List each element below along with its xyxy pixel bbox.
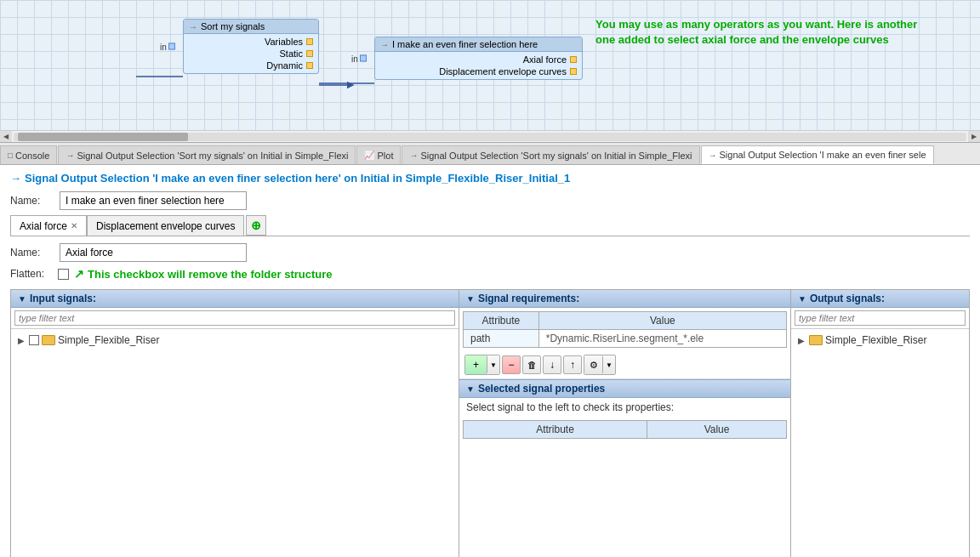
signal-tab-axial-close-icon[interactable]: ✕ <box>71 221 77 230</box>
remove-icon: − <box>508 359 514 371</box>
port-dot-dynamic[interactable] <box>306 62 313 69</box>
signal-tab-add-button[interactable]: ⊕ <box>246 215 266 236</box>
attr-name-path: path <box>464 330 539 348</box>
move-down-icon: ↓ <box>550 359 555 371</box>
output-signals-toggle[interactable]: ▼ <box>798 294 806 304</box>
move-up-icon: ↑ <box>570 359 575 371</box>
node1-in-port: in <box>160 42 175 51</box>
scroll-left-arrow[interactable]: ◀ <box>0 131 12 143</box>
move-down-button[interactable]: ↓ <box>543 355 561 374</box>
node2-port-axial: Axial force <box>523 54 567 65</box>
props-header-attribute: Attribute <box>464 421 647 439</box>
signal-req-header: ▼ Signal requirements: <box>459 290 790 308</box>
tab-signal-output-3[interactable]: → Signal Output Selection 'I make an eve… <box>701 145 934 164</box>
scrollbar-track[interactable] <box>14 133 966 141</box>
delete-button[interactable]: 🗑 <box>522 355 541 374</box>
flatten-row: Flatten: ↗ This checkbox will remove the… <box>10 267 970 281</box>
selected-props-toggle[interactable]: ▼ <box>466 384 475 394</box>
tree-item-label: Simple_Flexible_Riser <box>58 334 159 346</box>
scroll-right-arrow[interactable]: ▶ <box>968 131 980 143</box>
signal-tab-displacement-label: Displacement envelope curves <box>96 220 235 232</box>
input-signals-content: ▶ Simple_Flexible_Riser <box>11 329 459 557</box>
tab1-arrow-icon: → <box>66 151 74 160</box>
list-item[interactable]: ▶ Simple_Flexible_Riser <box>14 332 455 348</box>
folder-icon <box>42 335 55 345</box>
move-up-button[interactable]: ↑ <box>563 355 582 374</box>
node1-port-dynamic: Dynamic <box>266 60 303 71</box>
tab-console-label: Console <box>15 151 49 161</box>
output-signals-filter-input[interactable] <box>795 310 966 326</box>
selected-signal-properties-header: ▼ Selected signal properties <box>459 379 790 398</box>
signal-tabs: Axial force ✕ Displacement envelope curv… <box>10 215 970 236</box>
page-title-text: Signal Output Selection 'I make an even … <box>25 172 570 185</box>
tab-bar: □ Console → Signal Output Selection 'Sor… <box>0 143 980 165</box>
input-signals-toggle[interactable]: ▼ <box>18 294 26 304</box>
console-icon: □ <box>8 151 13 160</box>
settings-button[interactable]: ⚙ <box>584 355 603 374</box>
attr-header-attribute: Attribute <box>464 312 539 330</box>
port-dot-static[interactable] <box>306 50 313 57</box>
settings-dropdown-icon: ▼ <box>606 361 612 369</box>
tab-signal-output-2[interactable]: → Signal Output Selection 'Sort my signa… <box>402 145 699 164</box>
add-tab-icon: ⊕ <box>251 219 261 232</box>
node2-in-port: in <box>351 54 367 63</box>
tab-signal-output-1[interactable]: → Signal Output Selection 'Sort my signa… <box>58 145 356 164</box>
node1-title: Sort my signals <box>201 21 265 31</box>
page-title-arrow: → <box>10 172 21 185</box>
remove-button[interactable]: − <box>502 355 521 374</box>
flatten-annotation-text: This checkbox will remove the folder str… <box>88 268 333 281</box>
delete-icon: 🗑 <box>527 360 537 370</box>
port-dot-axial[interactable] <box>570 56 577 63</box>
input-signals-panel: ▼ Input signals: ▶ Simple_Flexible_Riser <box>10 289 459 557</box>
tree-checkbox[interactable] <box>29 335 39 345</box>
flatten-checkbox[interactable] <box>58 269 69 280</box>
output-tree-arrow-icon[interactable]: ▶ <box>798 336 806 345</box>
input-signals-header: ▼ Input signals: <box>11 290 459 308</box>
add-icon: + <box>473 359 479 371</box>
settings-button-group: ⚙ ▼ <box>584 355 616 375</box>
tab-signal-output-2-label: Signal Output Selection 'Sort my signals… <box>420 151 692 161</box>
add-button[interactable]: + <box>465 355 487 374</box>
tab2-arrow-icon: → <box>409 151 418 160</box>
tab-plot[interactable]: 📈 Plot <box>356 145 401 164</box>
output-signals-panel: ▼ Output signals: ▶ Simple_Flexible_Rise… <box>791 289 970 557</box>
output-signals-content: ▶ Simple_Flexible_Riser <box>791 329 969 557</box>
add-dropdown-button[interactable]: ▼ <box>487 355 499 374</box>
scrollbar-thumb[interactable] <box>18 133 188 141</box>
port-dot-disp[interactable] <box>570 68 577 75</box>
tab-plot-label: Plot <box>377 151 393 161</box>
signal-requirements-panel: ▼ Signal requirements: Attribute Value p… <box>459 289 791 557</box>
node-finer-selection[interactable]: → I make an even finer selection here Ax… <box>374 37 583 80</box>
node2-arrow-icon: → <box>380 40 389 49</box>
node1-port-static: Static <box>279 48 303 59</box>
output-signals-header: ▼ Output signals: <box>791 290 969 308</box>
tab-console[interactable]: □ Console <box>0 145 57 164</box>
three-column-layout: ▼ Input signals: ▶ Simple_Flexible_Riser… <box>10 289 970 557</box>
input-signals-filter <box>11 308 459 329</box>
list-item[interactable]: ▶ Simple_Flexible_Riser <box>795 332 966 348</box>
node-sort-signals[interactable]: → Sort my signals Variables Static Dynam… <box>183 19 319 74</box>
input-signals-filter-input[interactable] <box>14 310 455 326</box>
settings-dropdown-button[interactable]: ▼ <box>603 355 615 374</box>
name-input[interactable] <box>60 191 247 210</box>
name-label: Name: <box>10 195 53 207</box>
canvas-area: → Sort my signals Variables Static Dynam… <box>0 0 980 143</box>
page-title: → Signal Output Selection 'I make an eve… <box>10 172 970 185</box>
table-row[interactable]: path *Dynamic.RiserLine.segment_*.ele <box>464 330 787 348</box>
selected-props-table-wrapper: Attribute Value <box>459 417 790 442</box>
signal-name-input[interactable] <box>60 243 247 262</box>
flatten-label: Flatten: <box>10 268 53 280</box>
attr-header-value: Value <box>538 312 786 330</box>
port-dot-variables[interactable] <box>306 38 313 45</box>
node2-port-disp: Displacement envelope curves <box>439 66 567 77</box>
signal-tab-displacement[interactable]: Displacement envelope curves <box>87 215 244 236</box>
signal-tab-axial-force[interactable]: Axial force ✕ <box>10 215 87 236</box>
signal-req-title: Signal requirements: <box>478 293 579 304</box>
tree-arrow-icon[interactable]: ▶ <box>18 336 26 345</box>
flatten-arrow-icon: ↗ <box>74 267 84 281</box>
signal-req-toggle[interactable]: ▼ <box>466 294 475 304</box>
add-dropdown-icon: ▼ <box>490 361 497 369</box>
tab-signal-output-3-label: Signal Output Selection 'I make an even … <box>720 150 926 160</box>
flatten-annotation: ↗ This checkbox will remove the folder s… <box>74 267 333 281</box>
canvas-scrollbar[interactable]: ◀ ▶ <box>0 130 980 142</box>
